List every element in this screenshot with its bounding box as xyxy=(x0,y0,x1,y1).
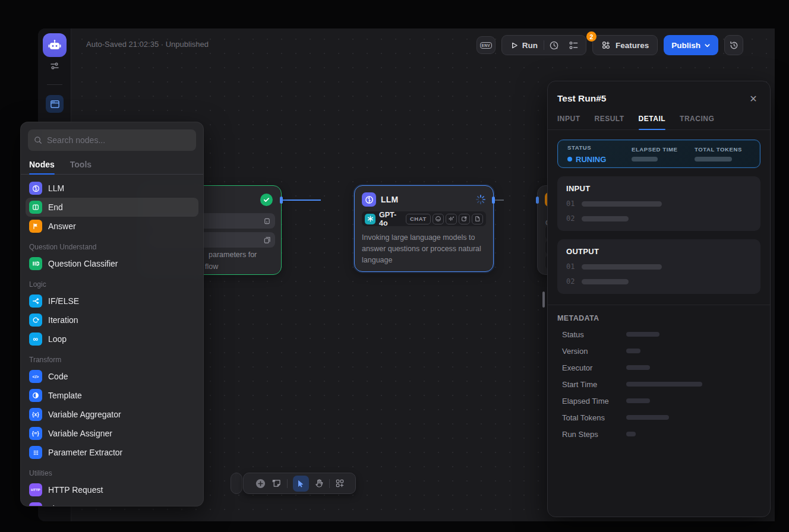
undo-redo-toolbar[interactable] xyxy=(231,473,242,494)
metadata-label: Executor xyxy=(562,363,626,372)
metadata-label: Start Time xyxy=(562,380,626,389)
status-label: STATUS xyxy=(567,144,632,151)
add-node-button[interactable] xyxy=(255,478,266,489)
run-status-card: STATUS RUNING ELAPSED TIME TOTAL TOKENS xyxy=(557,140,760,168)
node-item-if-else[interactable]: IF/ELSE xyxy=(26,292,198,311)
node-item-iteration[interactable]: Iteration xyxy=(26,311,198,330)
skeleton-bar xyxy=(626,398,650,403)
node-item-http-request[interactable]: HTTP HTTP Request xyxy=(26,480,198,499)
answer-icon xyxy=(29,220,42,233)
node-panel-tabs: Nodes Tools xyxy=(21,154,203,175)
metadata-label: Version xyxy=(562,347,626,356)
if-else-icon xyxy=(29,294,42,308)
notification-badge: 2 xyxy=(586,31,597,42)
skeleton-bar xyxy=(582,216,629,221)
run-button[interactable]: Run xyxy=(504,36,544,55)
tab-tools[interactable]: Tools xyxy=(70,154,91,174)
node-item-template[interactable]: Template xyxy=(26,386,198,405)
close-icon[interactable]: ✕ xyxy=(746,91,760,106)
toolbar-divider xyxy=(329,479,330,488)
metadata-label: Elapsed Time xyxy=(562,397,626,406)
line-number: 01 xyxy=(566,262,575,271)
run-history-icon[interactable] xyxy=(544,40,564,50)
node-item-variable-aggregator[interactable]: {x} Variable Aggregator xyxy=(26,405,198,424)
node-search-input[interactable] xyxy=(47,135,190,145)
metadata-label: Status xyxy=(562,330,626,339)
node-item-answer[interactable]: Answer xyxy=(26,217,198,236)
metadata-rows: Status Version Executor Start Time Elaps… xyxy=(557,326,760,442)
skeleton-bar xyxy=(582,201,662,207)
skeleton-bar xyxy=(582,279,629,284)
template-icon xyxy=(29,389,42,402)
search-icon xyxy=(34,136,42,144)
running-spinner-icon xyxy=(475,194,486,205)
node-item-end[interactable]: End xyxy=(26,198,198,217)
preferences-sliders-icon[interactable] xyxy=(50,61,59,71)
hand-tool-button[interactable] xyxy=(314,479,324,488)
node-item-code[interactable]: </> Code xyxy=(26,367,198,386)
line-number: 02 xyxy=(566,277,575,286)
features-button[interactable]: Features xyxy=(592,35,658,55)
start-node-description-fragment: parameters for xyxy=(209,249,257,261)
panel-resize-handle[interactable] xyxy=(542,292,545,308)
env-variables-button[interactable]: ENV xyxy=(476,36,496,54)
organize-nodes-button[interactable] xyxy=(335,479,345,488)
short-text-field-icon xyxy=(263,217,271,225)
http-request-icon: HTTP xyxy=(29,483,42,496)
node-item-parameter-extractor[interactable]: Parameter Extractor xyxy=(26,443,198,462)
add-note-button[interactable] xyxy=(272,479,282,489)
run-button-group: Run xyxy=(501,35,586,55)
test-run-panel: Test Run#5 ✕ INPUT RESULT DETAIL TRACING… xyxy=(547,81,771,517)
publish-button[interactable]: Publish xyxy=(664,35,718,55)
publish-label: Publish xyxy=(671,41,700,50)
section-transform: Transform xyxy=(26,349,198,367)
llm-node-description: Invoking large language models to answer… xyxy=(355,226,493,266)
video-capability-icon xyxy=(459,214,470,224)
node-search-panel: Nodes Tools LLM End Answer Question Unde… xyxy=(20,122,204,506)
model-selector[interactable]: GPT-4o CHAT xyxy=(362,211,486,226)
node-item-list-operator[interactable]: List Operator xyxy=(26,499,198,506)
skeleton-bar xyxy=(626,415,669,420)
autosave-status: Auto-Saved 21:02:35 · Unpublished xyxy=(86,40,209,49)
node-item-question-classifier[interactable]: Question Classifier xyxy=(26,254,198,273)
model-name: GPT-4o xyxy=(379,211,402,227)
elapsed-time-label: ELAPSED TIME xyxy=(632,146,695,153)
version-history-button[interactable] xyxy=(724,35,743,55)
llm-icon xyxy=(29,182,42,195)
node-item-llm[interactable]: LLM xyxy=(26,179,198,198)
parameter-extractor-icon xyxy=(29,446,42,459)
checklist-icon[interactable] xyxy=(564,40,583,50)
toolbar-divider xyxy=(287,479,288,488)
app-preview-icon[interactable] xyxy=(46,95,64,113)
section-logic: Logic xyxy=(26,273,198,292)
chevron-down-icon xyxy=(704,42,711,49)
node-item-loop[interactable]: ∞ Loop xyxy=(26,330,198,349)
status-value: RUNING xyxy=(567,155,632,164)
tab-result[interactable]: RESULT xyxy=(595,115,624,129)
skeleton-bar xyxy=(626,365,650,370)
node-search-box[interactable] xyxy=(28,129,196,151)
llm-node[interactable]: LLM xyxy=(354,185,494,272)
canvas-control-toolbar xyxy=(243,473,356,494)
sidebar-divider xyxy=(47,84,62,85)
tab-nodes[interactable]: Nodes xyxy=(29,154,55,174)
llm-node-icon xyxy=(362,192,376,207)
tab-tracing[interactable]: TRACING xyxy=(680,115,714,129)
env-icon: ENV xyxy=(480,42,492,49)
success-check-icon xyxy=(260,194,273,206)
section-utilities: Utilities xyxy=(26,462,198,480)
variable-aggregator-icon: {x} xyxy=(29,408,42,421)
skeleton-bar xyxy=(632,157,658,162)
app-logo-robot-icon[interactable] xyxy=(43,33,67,57)
tab-input[interactable]: INPUT xyxy=(557,115,580,129)
connector-handle[interactable] xyxy=(536,197,539,204)
node-item-variable-assigner[interactable]: {=} Variable Assigner xyxy=(26,424,198,443)
input-card: INPUT 01 02 xyxy=(557,176,760,231)
metadata-label: Total Tokens xyxy=(562,413,626,422)
loop-icon: ∞ xyxy=(29,332,42,346)
connector-handle[interactable] xyxy=(280,197,283,204)
pointer-tool-button[interactable] xyxy=(293,476,309,492)
connector-handle[interactable] xyxy=(492,197,495,204)
tab-detail[interactable]: DETAIL xyxy=(639,115,665,129)
variable-assigner-icon: {=} xyxy=(29,427,42,440)
